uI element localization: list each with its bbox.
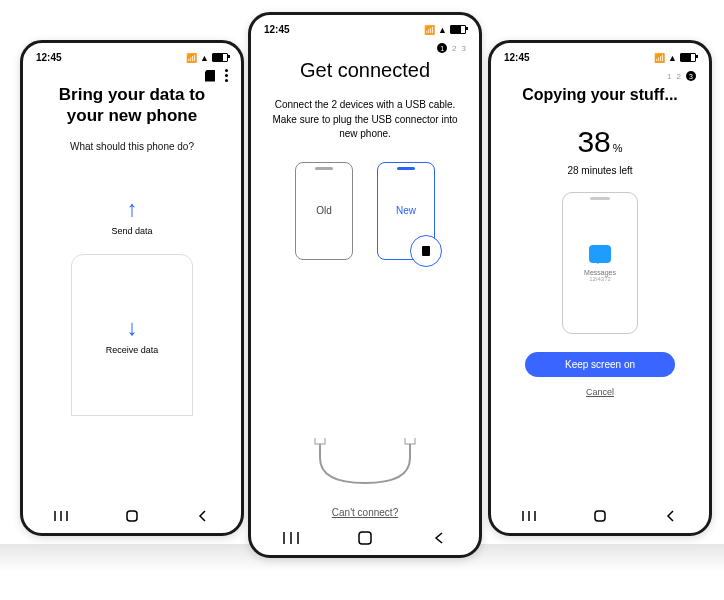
time-remaining: 28 minutes left <box>506 165 694 176</box>
phone-left: 12:45 📶 ▲ Bring your data to your new ph… <box>20 40 244 536</box>
signal-icon: 📶 <box>424 25 435 35</box>
keep-screen-on-button[interactable]: Keep screen on <box>525 352 675 377</box>
page-title: Get connected <box>266 59 464 82</box>
status-bar: 12:45 📶 ▲ <box>254 18 476 37</box>
nav-recent[interactable] <box>282 531 300 545</box>
battery-icon <box>450 25 466 34</box>
svg-rect-9 <box>405 438 415 444</box>
wifi-icon: ▲ <box>668 53 677 63</box>
nav-bar <box>26 502 238 530</box>
progress-phone-illustration: Messages 12/4372 <box>562 192 638 334</box>
nav-back[interactable] <box>662 509 680 523</box>
cable-illustration <box>290 438 440 498</box>
arrow-up-icon: ↑ <box>38 196 226 222</box>
svg-rect-7 <box>595 511 605 521</box>
page-title: Copying your stuff... <box>506 85 694 105</box>
wifi-icon: ▲ <box>438 25 447 35</box>
status-time: 12:45 <box>264 24 290 35</box>
nav-recent[interactable] <box>52 509 70 523</box>
status-time: 12:45 <box>504 52 530 63</box>
signal-icon: 📶 <box>186 53 197 63</box>
nav-home[interactable] <box>591 509 609 523</box>
phone-center: 12:45 📶 ▲ 1 2 3 Get connected Connect th… <box>248 12 482 558</box>
battery-icon <box>212 53 228 62</box>
page-subtitle: What should this phone do? <box>38 141 226 152</box>
nav-back[interactable] <box>430 531 448 545</box>
arrow-down-icon: ↓ <box>127 315 138 341</box>
page-title: Bring your data to your new phone <box>38 84 226 127</box>
step-indicator: 1 2 3 <box>254 37 476 53</box>
wifi-icon: ▲ <box>200 53 209 63</box>
new-phone-illustration: New <box>377 162 435 260</box>
svg-rect-13 <box>359 532 371 544</box>
nav-bar <box>494 502 706 530</box>
nav-back[interactable] <box>194 509 212 523</box>
more-icon[interactable] <box>225 69 228 82</box>
cancel-button[interactable]: Cancel <box>506 387 694 397</box>
battery-icon <box>680 53 696 62</box>
old-phone-illustration: Old <box>295 162 353 260</box>
nav-recent[interactable] <box>520 509 538 523</box>
usb-connector-icon <box>410 235 442 267</box>
send-data-button[interactable]: ↑ Send data <box>38 196 226 236</box>
cant-connect-link[interactable]: Can't connect? <box>254 507 476 518</box>
nav-home[interactable] <box>123 509 141 523</box>
nav-bar <box>254 524 476 552</box>
page-desc: Connect the 2 devices with a USB cable. … <box>266 98 464 142</box>
signal-icon: 📶 <box>654 53 665 63</box>
status-bar: 12:45 📶 ▲ <box>494 46 706 65</box>
phone-right: 12:45 📶 ▲ 1 2 3 Copying your stuff... 38… <box>488 40 712 536</box>
status-bar: 12:45 📶 ▲ <box>26 46 238 65</box>
messages-icon <box>589 245 611 263</box>
status-time: 12:45 <box>36 52 62 63</box>
svg-rect-3 <box>127 511 137 521</box>
receive-data-button[interactable]: ↓ Receive data <box>71 254 193 416</box>
svg-rect-8 <box>315 438 325 444</box>
progress-percent: 38% <box>577 125 622 159</box>
nav-home[interactable] <box>356 531 374 545</box>
step-indicator: 1 2 3 <box>494 65 706 81</box>
sd-card-icon[interactable] <box>205 70 215 82</box>
